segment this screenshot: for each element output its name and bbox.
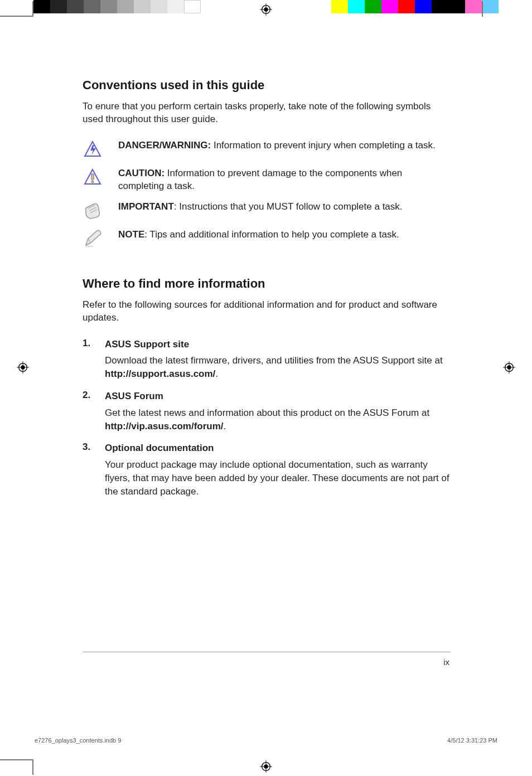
convention-desc: : Instructions that you MUST follow to c… (174, 201, 403, 212)
document-content: Conventions used in this guide To enure … (83, 78, 451, 507)
crop-mark (0, 16, 33, 17)
convention-item-caution: CAUTION: Information to prevent damage t… (83, 167, 451, 193)
source-item: ASUS Support site Download the latest fi… (83, 338, 451, 381)
source-title: ASUS Forum (105, 390, 451, 403)
sources-list: ASUS Support site Download the latest fi… (83, 338, 451, 498)
crop-mark (0, 759, 33, 760)
crop-mark (32, 1, 33, 17)
convention-item-note: NOTE: Tips and additional information to… (83, 229, 451, 249)
page-number: ix (443, 657, 449, 667)
convention-item-important: IMPORTANT: Instructions that you MUST fo… (83, 201, 451, 221)
section-intro: To enure that you perform certain tasks … (83, 100, 451, 126)
section-heading-conventions: Conventions used in this guide (83, 78, 451, 93)
lightning-icon (83, 139, 103, 159)
source-body-pre: Your product package may include optiona… (105, 459, 449, 497)
pencil-icon (83, 229, 103, 249)
source-item: Optional documentation Your product pack… (83, 442, 451, 498)
svg-point-20 (91, 181, 94, 183)
page-root: Conventions used in this guide To enure … (0, 0, 532, 776)
convention-text: NOTE: Tips and additional information to… (118, 229, 399, 241)
svg-rect-19 (91, 174, 94, 180)
conventions-list: DANGER/WARNING: Information to prevent i… (83, 139, 451, 249)
convention-text: IMPORTANT: Instructions that you MUST fo… (118, 201, 403, 214)
source-title: ASUS Support site (105, 338, 451, 351)
crop-mark (32, 759, 33, 775)
grayscale-ramp (33, 0, 201, 13)
section-intro: Refer to the following sources for addit… (83, 299, 451, 324)
registration-mark-icon (260, 760, 272, 773)
source-title: Optional documentation (105, 442, 451, 455)
convention-desc: Information to prevent injury when compl… (211, 140, 436, 151)
source-body-post: . (215, 368, 218, 379)
convention-label: IMPORTANT (118, 201, 174, 212)
source-item: ASUS Forum Get the latest news and infor… (83, 390, 451, 433)
color-swatches (331, 0, 499, 13)
convention-item-danger: DANGER/WARNING: Information to prevent i… (83, 139, 451, 159)
hand-icon (83, 201, 103, 221)
convention-text: CAUTION: Information to prevent damage t… (118, 167, 451, 193)
convention-label: CAUTION: (118, 168, 165, 178)
registration-mark-icon (17, 361, 29, 374)
print-footer: e7276_oplays3_contents.indb 9 4/5/12 3:3… (35, 737, 497, 744)
source-url: http://support.asus.com/ (105, 368, 215, 379)
convention-desc: : Tips and additional information to hel… (144, 229, 399, 240)
convention-label: NOTE (118, 229, 144, 240)
svg-point-22 (85, 245, 94, 247)
convention-text: DANGER/WARNING: Information to prevent i… (118, 139, 436, 152)
source-body-pre: Download the latest firmware, drivers, a… (105, 355, 443, 366)
print-timestamp: 4/5/12 3:31:23 PM (447, 737, 497, 744)
crop-mark (482, 1, 483, 17)
source-url: http://vip.asus.com/forum/ (105, 421, 224, 431)
source-body-post: . (224, 421, 226, 431)
convention-label: DANGER/WARNING: (118, 140, 211, 151)
source-body-pre: Get the latest news and information abou… (105, 408, 429, 418)
print-file-info: e7276_oplays3_contents.indb 9 (35, 737, 121, 744)
section-heading-moreinfo: Where to find more information (83, 277, 451, 291)
registration-mark-icon (503, 361, 515, 374)
caution-icon (83, 167, 103, 187)
section-more-info: Where to find more information Refer to … (83, 277, 451, 498)
footer-rule (83, 652, 451, 652)
registration-mark-icon (260, 3, 272, 16)
